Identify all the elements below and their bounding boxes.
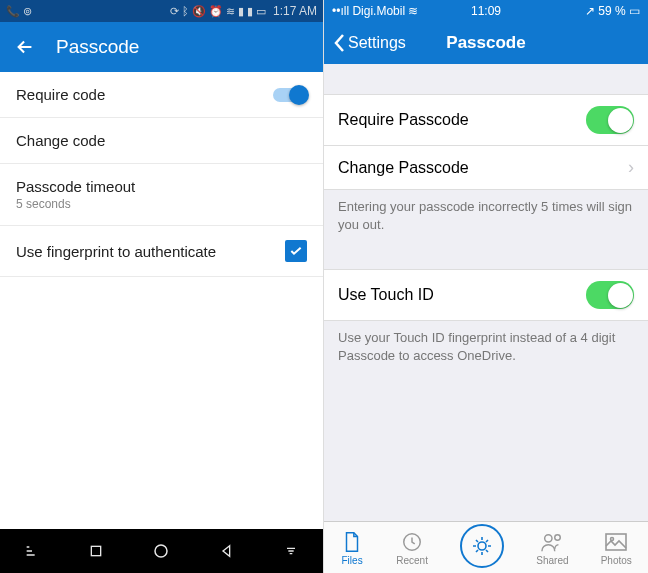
nav-home-icon[interactable] xyxy=(152,542,170,560)
svg-point-3 xyxy=(478,542,486,550)
alarm-icon: ⏰ xyxy=(209,5,223,18)
android-nav-bar xyxy=(0,529,323,573)
tab-files[interactable]: Files xyxy=(340,530,364,566)
use-fingerprint-checkbox[interactable] xyxy=(285,240,307,262)
attempts-footer: Entering your passcode incorrectly 5 tim… xyxy=(324,190,648,241)
use-touchid-row[interactable]: Use Touch ID xyxy=(324,269,648,321)
use-touchid-label: Use Touch ID xyxy=(338,286,434,304)
tab-recent-label: Recent xyxy=(396,555,428,566)
tab-files-label: Files xyxy=(342,555,363,566)
bluetooth-icon: ᛒ xyxy=(182,5,189,17)
nav-drawer-icon[interactable] xyxy=(24,543,40,559)
change-passcode-row[interactable]: Change Passcode › xyxy=(324,145,648,190)
svg-point-5 xyxy=(555,534,561,540)
back-arrow-icon[interactable] xyxy=(14,36,36,58)
tab-shared-label: Shared xyxy=(536,555,568,566)
svg-point-1 xyxy=(155,545,167,557)
svg-point-7 xyxy=(611,537,614,540)
tab-recent[interactable]: Recent xyxy=(396,530,428,566)
signal-icon-2: ▮ xyxy=(247,5,253,18)
signal-icon: ▮ xyxy=(238,5,244,18)
files-icon xyxy=(340,530,364,554)
passcode-group: Require Passcode Change Passcode › xyxy=(324,94,648,190)
passcode-timeout-label: Passcode timeout xyxy=(16,178,135,195)
battery-label: ↗ 59 % ▭ xyxy=(585,4,640,18)
android-header: Passcode xyxy=(0,22,323,72)
android-screen: 📞 ⊚ ⟳ ᛒ 🔇 ⏰ ≋ ▮ ▮ ▭ 1:17 AM Passcode Req… xyxy=(0,0,324,573)
ios-content: Require Passcode Change Passcode › Enter… xyxy=(324,64,648,521)
passcode-timeout-value: 5 seconds xyxy=(16,197,71,211)
spotify-icon: ⊚ xyxy=(23,5,32,18)
nav-menu-icon[interactable] xyxy=(283,543,299,559)
svg-point-4 xyxy=(545,534,552,541)
require-passcode-toggle[interactable] xyxy=(586,106,634,134)
use-touchid-toggle[interactable] xyxy=(586,281,634,309)
tab-add[interactable] xyxy=(460,524,504,568)
battery-icon: ▭ xyxy=(256,5,266,18)
require-passcode-label: Require Passcode xyxy=(338,111,469,129)
require-code-label: Require code xyxy=(16,86,105,103)
touchid-footer: Use your Touch ID fingerprint instead of… xyxy=(324,321,648,372)
status-time: 11:09 xyxy=(471,4,501,18)
status-time: 1:17 AM xyxy=(273,4,317,18)
page-title: Passcode xyxy=(446,33,525,53)
wifi-icon: ≋ xyxy=(226,5,235,18)
change-code-row[interactable]: Change code xyxy=(0,118,323,164)
change-passcode-label: Change Passcode xyxy=(338,159,469,177)
page-title: Passcode xyxy=(56,36,139,58)
svg-rect-0 xyxy=(92,546,101,555)
mute-icon: 🔇 xyxy=(192,5,206,18)
phone-icon: 📞 xyxy=(6,5,20,18)
ios-tabbar: Files Recent Shared Photos xyxy=(324,521,648,573)
recent-icon xyxy=(400,530,424,554)
tab-photos[interactable]: Photos xyxy=(601,530,632,566)
photos-icon xyxy=(604,530,628,554)
chevron-right-icon: › xyxy=(628,157,634,178)
tab-shared[interactable]: Shared xyxy=(536,530,568,566)
sync-icon: ⟳ xyxy=(170,5,179,18)
shared-icon xyxy=(540,530,564,554)
ios-status-bar: ••ıll Digi.Mobil ≋ 11:09 ↗ 59 % ▭ xyxy=(324,0,648,22)
tab-photos-label: Photos xyxy=(601,555,632,566)
passcode-timeout-row[interactable]: Passcode timeout 5 seconds xyxy=(0,164,323,226)
touchid-group: Use Touch ID xyxy=(324,269,648,321)
nav-recents-icon[interactable] xyxy=(88,543,104,559)
android-status-bar: 📞 ⊚ ⟳ ᛒ 🔇 ⏰ ≋ ▮ ▮ ▭ 1:17 AM xyxy=(0,0,323,22)
require-code-toggle[interactable] xyxy=(273,88,307,102)
carrier-label: ••ıll Digi.Mobil ≋ xyxy=(332,4,418,18)
use-fingerprint-label: Use fingerprint to authenticate xyxy=(16,243,216,260)
require-code-row[interactable]: Require code xyxy=(0,72,323,118)
change-code-label: Change code xyxy=(16,132,105,149)
back-label: Settings xyxy=(348,34,406,52)
ios-screen: ••ıll Digi.Mobil ≋ 11:09 ↗ 59 % ▭ Settin… xyxy=(324,0,648,573)
nav-back-icon[interactable] xyxy=(219,543,235,559)
ios-header: Settings Passcode xyxy=(324,22,648,64)
use-fingerprint-row[interactable]: Use fingerprint to authenticate xyxy=(0,226,323,277)
back-button[interactable]: Settings xyxy=(332,33,406,53)
require-passcode-row[interactable]: Require Passcode xyxy=(324,94,648,145)
